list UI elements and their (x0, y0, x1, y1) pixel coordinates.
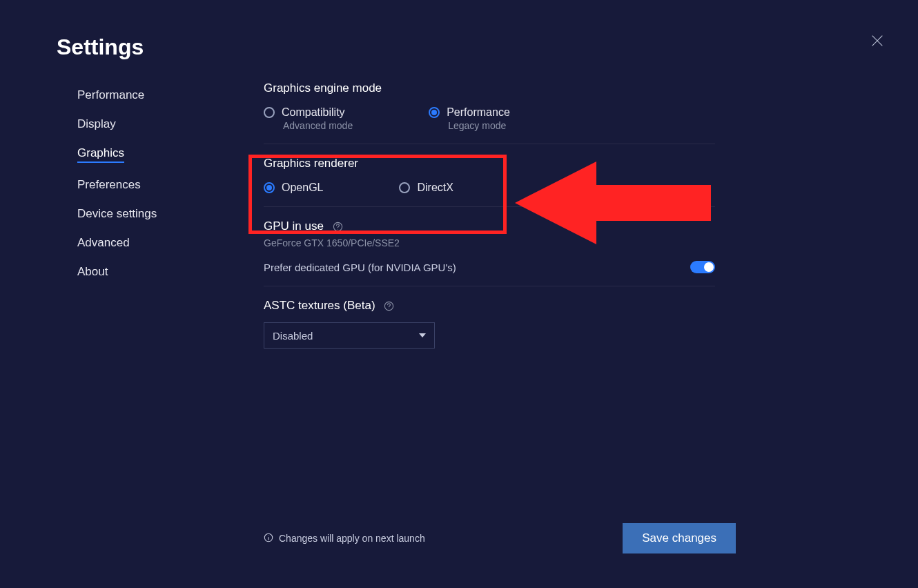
sidebar-item-graphics[interactable]: Graphics (77, 146, 124, 163)
save-changes-button[interactable]: Save changes (623, 523, 736, 553)
sidebar-item-display[interactable]: Display (77, 117, 157, 131)
sidebar-item-preferences[interactable]: Preferences (77, 178, 157, 192)
radio-performance[interactable]: Performance (429, 106, 510, 119)
sidebar-item-performance[interactable]: Performance (77, 88, 157, 102)
gpu-title-text: GPU in use (264, 219, 324, 233)
radio-icon (264, 182, 275, 193)
footer-hint: Changes will apply on next launch (264, 533, 425, 545)
section-gpu: GPU in use GeForce GTX 1650/PCIe/SSE2 Pr… (264, 206, 715, 273)
help-icon[interactable] (333, 222, 343, 232)
svg-point-3 (338, 229, 338, 230)
radio-label: Performance (447, 106, 510, 119)
radio-label: DirectX (417, 182, 453, 194)
astc-select[interactable]: Disabled (264, 322, 435, 349)
prefer-gpu-toggle[interactable] (690, 261, 715, 273)
radio-sublabel: Legacy mode (448, 120, 510, 131)
chevron-down-icon (419, 329, 426, 342)
astc-select-value: Disabled (273, 330, 313, 342)
radio-icon (429, 107, 440, 118)
astc-title: ASTC textures (Beta) (264, 299, 715, 313)
settings-footer: Changes will apply on next launch Save c… (264, 523, 736, 553)
radio-label: Compatibility (282, 106, 345, 119)
gpu-title: GPU in use (264, 219, 715, 233)
engine-mode-title: Graphics engine mode (264, 81, 715, 95)
radio-icon (399, 182, 410, 193)
sidebar-item-device-settings[interactable]: Device settings (77, 207, 157, 221)
settings-sidebar: Performance Display Graphics Preferences… (77, 88, 157, 294)
section-engine-mode: Graphics engine mode Compatibility Advan… (264, 81, 715, 131)
radio-icon (264, 107, 275, 118)
footer-hint-text: Changes will apply on next launch (279, 533, 425, 544)
sidebar-item-advanced[interactable]: Advanced (77, 236, 157, 250)
svg-point-5 (389, 308, 389, 309)
radio-directx[interactable]: DirectX (399, 182, 453, 194)
section-renderer: Graphics renderer OpenGL DirectX (264, 144, 715, 194)
prefer-gpu-label: Prefer dedicated GPU (for NVIDIA GPU's) (264, 262, 456, 273)
svg-point-9 (268, 535, 269, 536)
gpu-in-use-value: GeForce GTX 1650/PCIe/SSE2 (264, 237, 715, 248)
sidebar-item-about[interactable]: About (77, 265, 157, 279)
close-icon[interactable] (870, 33, 885, 51)
radio-label: OpenGL (282, 182, 323, 194)
astc-title-text: ASTC textures (Beta) (264, 299, 375, 312)
info-icon (264, 533, 273, 545)
radio-compatibility[interactable]: Compatibility (264, 106, 353, 119)
help-icon[interactable] (384, 301, 394, 311)
radio-sublabel: Advanced mode (283, 120, 353, 131)
settings-content: Graphics engine mode Compatibility Advan… (264, 81, 715, 349)
section-astc: ASTC textures (Beta) Disabled (264, 286, 715, 349)
page-title: Settings (57, 35, 144, 60)
renderer-title: Graphics renderer (264, 157, 715, 170)
radio-opengl[interactable]: OpenGL (264, 182, 323, 194)
svg-marker-6 (419, 333, 426, 337)
